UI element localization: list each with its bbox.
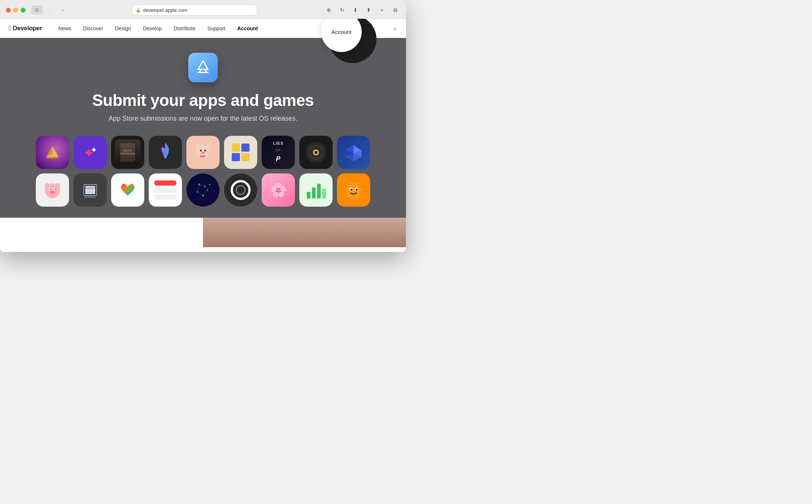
forward-button[interactable]: › [58,5,68,15]
new-tab-button[interactable]: + [377,5,387,15]
svg-rect-16 [232,153,240,161]
app-icon-flame[interactable] [149,136,182,169]
nav-link-support[interactable]: Support [202,19,231,38]
constellation-svg [192,179,214,201]
chart-svg [306,181,326,199]
svg-rect-15 [241,144,250,152]
svg-point-39 [53,191,54,193]
reload-button[interactable]: ↻ [337,5,347,15]
svg-point-67 [355,183,358,186]
ring-svg [229,178,253,202]
search-button[interactable]: ⌕ [393,25,397,32]
svg-point-9 [195,144,200,149]
app-icon-anime[interactable]: 🌸 [262,173,295,207]
app-icon-astro[interactable]: ✦ ✦ [73,136,107,169]
scanner-svg [80,180,100,200]
browser-actions: ⊕ ↻ ⬇ ⬆ + ⧉ [324,5,400,15]
svg-point-49 [209,184,210,185]
svg-rect-5 [47,157,58,159]
close-button[interactable] [6,8,11,13]
nav-link-develop[interactable]: Develop [137,19,168,38]
svg-rect-57 [307,192,310,199]
svg-rect-58 [312,187,316,199]
app-icon-nyt[interactable] [224,136,257,169]
app-icon-bear[interactable] [186,136,220,169]
nav-link-design[interactable]: Design [109,19,137,38]
download-button[interactable]: ⬇ [351,5,360,15]
svg-point-35 [50,189,51,190]
translate-button[interactable]: ⊕ [324,5,334,15]
app-icon-chart[interactable] [299,173,333,207]
nav-link-discover[interactable]: Discover [77,19,109,38]
tab-switcher-icon[interactable]: ⊡ [31,6,42,14]
svg-rect-42 [85,196,96,198]
traffic-lights [6,8,25,13]
heart-colorful-svg [118,180,138,200]
nav-link-distribute[interactable]: Distribute [168,19,202,38]
app-icon-mascot[interactable] [337,173,370,207]
app-icons-row-1: ✦ ✦ DEATHSTRANDING [7,136,399,169]
astro-svg: ✦ ✦ [80,142,100,163]
app-icon-lies-of-p[interactable]: LIES OF P [262,136,295,169]
website-content:  Developer News Discover Design Develop… [0,19,406,252]
svg-point-55 [232,181,250,199]
app-icon-pyramid[interactable] [36,136,69,169]
minimize-button[interactable] [13,8,18,13]
app-icon-tasks[interactable] [149,173,182,207]
anime-emoji: 🌸 [270,182,287,198]
svg-point-13 [202,152,204,154]
app-icon-gem[interactable] [337,136,370,169]
hero-title: Submit your apps and games [92,91,314,110]
account-bubble-label: Account [331,29,351,35]
app-icons-grid: ✦ ✦ DEATHSTRANDING [7,136,399,207]
nyt-svg [229,141,253,165]
svg-point-66 [349,183,352,186]
share-button[interactable]: ⬆ [364,5,374,15]
pig-svg [41,179,63,201]
svg-point-65 [356,189,358,191]
svg-point-11 [200,150,202,152]
app-icon-constellation[interactable] [186,173,220,207]
svg-point-10 [206,144,211,149]
svg-point-22 [314,151,317,154]
lock-icon: 🔒 [136,8,141,13]
tabs-overview-button[interactable]: ⧉ [390,5,400,15]
vinyl-svg [304,141,328,165]
svg-rect-60 [322,189,326,199]
svg-line-54 [197,184,199,192]
back-button[interactable]: ‹ [45,5,55,15]
svg-point-36 [55,189,56,190]
app-icon-ring[interactable] [224,173,257,207]
svg-point-61 [346,183,361,200]
hero-section: Submit your apps and games App Store sub… [0,38,406,218]
svg-point-64 [351,189,352,191]
svg-line-51 [205,186,207,190]
maximize-button[interactable] [21,8,25,13]
nav-link-news[interactable]: News [52,19,77,38]
bottom-right-image [203,218,406,247]
gem-svg [344,142,364,163]
svg-line-50 [199,184,205,186]
svg-rect-41 [85,186,95,194]
browser-window: ⊡ ‹ › 🔒 developer.apple.com ⊕ ↻ ⬇ ⬆ + ⧉ [0,0,406,19]
nav-link-account[interactable]: Account [231,19,264,38]
bottom-section [0,218,406,247]
brand-name[interactable]: Developer [13,25,42,32]
pyramid-svg [43,143,62,162]
svg-rect-59 [317,184,321,199]
svg-text:✦: ✦ [90,145,97,155]
app-icon-scanner[interactable] [73,173,107,207]
address-bar-container: 🔒 developer.apple.com [72,4,317,15]
app-icon-death-stranding[interactable]: DEATHSTRANDING [111,136,144,169]
svg-point-38 [51,191,52,193]
app-icon-vinyl[interactable] [299,136,333,169]
address-bar[interactable]: 🔒 developer.apple.com [132,4,257,15]
svg-line-52 [197,192,203,196]
svg-rect-14 [232,144,240,152]
app-icons-row-2: 🌸 [7,173,399,207]
app-icon-pig[interactable] [36,173,69,207]
browser-controls: ⊡ ‹ › [31,5,68,15]
app-store-icon [188,53,218,82]
app-icon-heart-colorful[interactable] [111,173,144,207]
bottom-left [0,218,203,247]
